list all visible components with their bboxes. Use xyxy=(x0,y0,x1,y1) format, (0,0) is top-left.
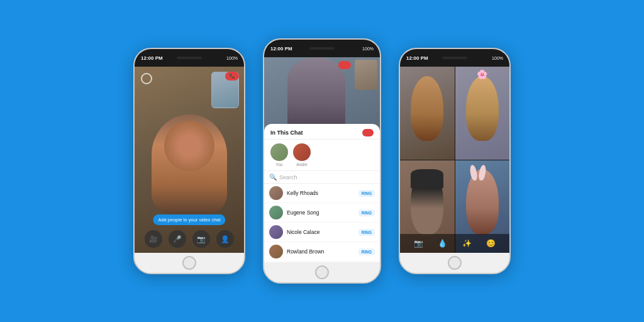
face-woman-blond xyxy=(466,76,499,141)
home-button-2[interactable] xyxy=(315,265,329,279)
phone-1: 12:00 PM 100% 📞 Add p xyxy=(133,48,245,274)
chat-header: In This Chat xyxy=(264,124,380,140)
battery-1: 100% xyxy=(226,56,238,60)
ring-button-kelly[interactable]: RING xyxy=(358,190,375,197)
phone-3-screen: 🌸 📷 💧 ✨ 😊 xyxy=(400,67,509,253)
avatar-eugene xyxy=(269,206,283,219)
face-man-1 xyxy=(411,76,443,141)
contact-list-panel: In This Chat You Andre xyxy=(264,124,380,262)
phone-1-screen: 📞 Add people to your video chat 🎥 🎤 📷 xyxy=(135,67,244,253)
add-person-icon: 👤 xyxy=(221,235,230,243)
avatar-kelly xyxy=(269,186,283,200)
search-placeholder: Search xyxy=(279,174,297,180)
contact-item-rowland[interactable]: Rowland Brown RING xyxy=(264,242,380,262)
contact-list: Kelly Rhoads RING Eugene Song RING N xyxy=(264,184,380,262)
status-time-3: 12:00 PM xyxy=(406,55,428,61)
andre-label: Andre xyxy=(296,162,307,167)
contact-item-lauren[interactable]: Lauren Newton RING xyxy=(264,262,380,262)
phone-2-status-bar: 12:00 PM 100% xyxy=(264,40,380,57)
end-call-panel-button[interactable] xyxy=(362,129,374,136)
grid-cell-1 xyxy=(400,67,455,160)
status-time-1: 12:00 PM xyxy=(141,55,163,61)
phone-2-bottom xyxy=(264,262,380,282)
contact-name-eugene: Eugene Song xyxy=(287,209,355,216)
contact-name-kelly: Kelly Rhoads xyxy=(287,190,355,196)
video-button[interactable]: 🎥 xyxy=(145,230,162,248)
camera-icon[interactable] xyxy=(141,73,152,84)
avatar-nicole xyxy=(269,225,283,239)
avatar-you xyxy=(270,143,288,161)
camera-toolbar-icon[interactable]: 📷 xyxy=(414,239,423,248)
you-label: You xyxy=(276,162,283,167)
contact-item-kelly[interactable]: Kelly Rhoads RING xyxy=(264,184,380,203)
mic-icon: 🎤 xyxy=(173,235,182,243)
mic-button[interactable]: 🎤 xyxy=(169,230,186,248)
add-people-banner: Add people to your video chat xyxy=(153,214,225,225)
battery-2: 100% xyxy=(362,47,374,51)
ring-button-eugene[interactable]: RING xyxy=(358,209,375,216)
search-bar[interactable]: 🔍 Search xyxy=(264,171,380,184)
ring-button-nicole[interactable]: RING xyxy=(358,229,375,236)
call-controls-bar: 🎥 🎤 📷 👤 xyxy=(135,230,244,248)
thumbnail-2 xyxy=(355,60,377,90)
phones-container: 12:00 PM 100% 📞 Add p xyxy=(133,0,511,322)
speaker-1 xyxy=(177,57,202,59)
participants-row: You Andre xyxy=(264,140,380,171)
contact-name-rowland: Rowland Brown xyxy=(287,248,355,255)
search-icon: 🔍 xyxy=(269,174,277,180)
participant-andre: Andre xyxy=(293,143,311,167)
phone-3-status-bar: 12:00 PM 100% xyxy=(400,49,509,67)
phone-2-screen: In This Chat You Andre xyxy=(264,57,380,262)
main-person-face xyxy=(152,114,227,215)
video-icon: 🎥 xyxy=(149,235,158,243)
phone-3-bottom xyxy=(400,253,509,273)
status-time-2: 12:00 PM xyxy=(270,46,292,52)
contact-item-nicole[interactable]: Nicole Calace RING xyxy=(264,223,380,242)
camera-flip-button[interactable]: 📷 xyxy=(192,230,210,248)
speaker-3 xyxy=(442,57,467,59)
phone-2: 12:00 PM 100% In This Chat xyxy=(263,38,381,284)
grid-toolbar: 📷 💧 ✨ 😊 xyxy=(400,234,509,253)
in-this-chat-label: In This Chat xyxy=(270,130,303,136)
grid-cell-2: 🌸 xyxy=(455,67,510,160)
flower-crown-effect: 🌸 xyxy=(477,69,487,79)
phone-1-bottom xyxy=(135,253,244,273)
water-drop-icon[interactable]: 💧 xyxy=(438,239,447,248)
battery-3: 100% xyxy=(492,56,503,60)
video-call-screen: 📞 Add people to your video chat 🎥 🎤 📷 xyxy=(135,67,244,253)
participant-you: You xyxy=(270,143,288,167)
camera-icon-ctrl: 📷 xyxy=(197,235,206,243)
contact-item-eugene[interactable]: Eugene Song RING xyxy=(264,203,380,223)
end-call-button-2[interactable] xyxy=(338,61,351,69)
emoji-icon[interactable]: 😊 xyxy=(486,239,496,248)
contact-list-screen: In This Chat You Andre xyxy=(264,57,380,262)
grid-video-screen: 🌸 📷 💧 ✨ 😊 xyxy=(400,67,509,253)
avatar-rowland xyxy=(269,245,283,258)
ring-button-rowland[interactable]: RING xyxy=(358,248,375,255)
end-call-button-1[interactable]: 📞 xyxy=(225,72,239,80)
avatar-andre xyxy=(293,143,311,161)
speaker-2 xyxy=(309,47,335,50)
contact-name-nicole: Nicole Calace xyxy=(287,229,355,235)
phone-3: 12:00 PM 100% 🌸 xyxy=(399,48,511,274)
video-background-2 xyxy=(264,57,380,133)
home-button-1[interactable] xyxy=(182,256,196,270)
add-person-button[interactable]: 👤 xyxy=(216,230,234,248)
phone-1-status-bar: 12:00 PM 100% xyxy=(135,49,244,67)
star-icon[interactable]: ✨ xyxy=(462,239,472,248)
home-button-3[interactable] xyxy=(448,256,462,270)
